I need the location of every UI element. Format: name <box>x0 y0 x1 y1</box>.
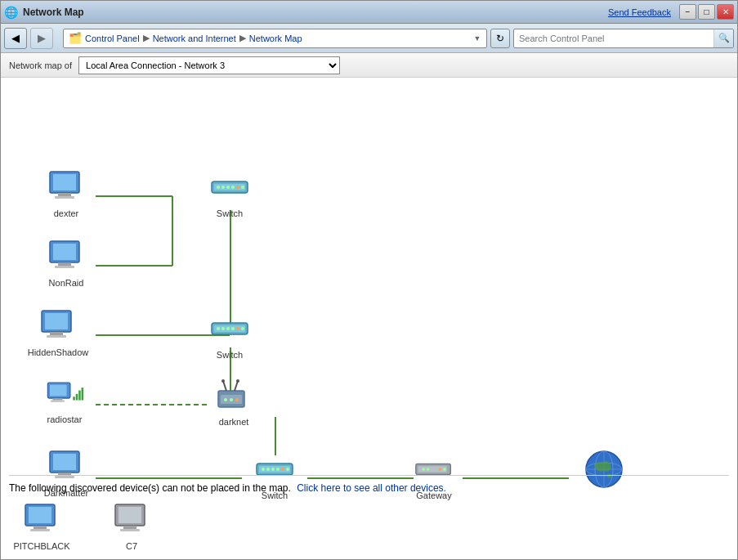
svg-rect-13 <box>53 174 76 190</box>
svg-rect-15 <box>55 196 74 199</box>
switch1-label: Switch <box>217 208 243 218</box>
send-feedback-link[interactable]: Send Feedback <box>608 7 671 17</box>
device-radiostar[interactable]: radiostar <box>32 374 97 424</box>
svg-rect-17 <box>53 244 76 260</box>
device-darknet[interactable]: darknet <box>201 376 266 427</box>
network-map-of-label: Network map of <box>9 60 72 70</box>
close-button[interactable]: ✕ <box>717 4 734 20</box>
svg-point-49 <box>231 327 235 330</box>
svg-rect-25 <box>50 385 67 396</box>
back-button[interactable]: ◀ <box>4 28 27 49</box>
svg-rect-19 <box>55 266 74 268</box>
svg-point-46 <box>217 327 220 330</box>
svg-point-59 <box>230 398 233 401</box>
click-here-link[interactable]: Click here to see all other devices. <box>297 482 446 494</box>
svg-point-48 <box>226 327 230 330</box>
svg-point-67 <box>281 468 284 471</box>
search-button[interactable]: 🔍 <box>713 29 733 47</box>
svg-point-43 <box>241 186 244 189</box>
device-nonraid[interactable]: NonRaid <box>34 237 99 288</box>
breadcrumb-network-map[interactable]: Network Map <box>249 34 302 43</box>
svg-point-47 <box>221 327 225 330</box>
dexter-label: dexter <box>54 208 79 218</box>
network-select[interactable]: Local Area Connection - Network 3 <box>78 56 340 74</box>
svg-point-40 <box>226 186 230 189</box>
svg-rect-83 <box>30 529 50 531</box>
darknet-label: darknet <box>219 417 249 427</box>
nonraid-icon <box>47 237 86 276</box>
device-switch2[interactable]: Switch <box>197 309 262 360</box>
svg-point-51 <box>241 327 244 330</box>
nav-bar: ◀ ▶ 🗂️ Control Panel ▶ Network and Inter… <box>1 24 737 53</box>
svg-point-74 <box>443 468 446 471</box>
svg-point-56 <box>236 379 239 383</box>
dexter-icon <box>47 168 86 207</box>
breadcrumb-dropdown[interactable]: ▼ <box>470 31 485 46</box>
svg-rect-85 <box>119 507 141 523</box>
svg-rect-86 <box>123 526 136 529</box>
svg-rect-26 <box>52 398 62 401</box>
svg-point-72 <box>427 468 430 471</box>
breadcrumb-control-panel[interactable]: Control Panel <box>85 34 140 43</box>
svg-point-71 <box>422 468 425 471</box>
svg-point-63 <box>262 468 265 471</box>
breadcrumb-network-internet[interactable]: Network and Internet <box>153 34 236 43</box>
minimize-button[interactable]: − <box>679 4 696 20</box>
device-switch1[interactable]: Switch <box>197 168 262 218</box>
radiostar-label: radiostar <box>47 414 83 424</box>
svg-point-64 <box>266 468 270 471</box>
svg-point-41 <box>231 186 235 189</box>
maximize-button[interactable]: □ <box>698 4 715 20</box>
window-title: Network Map <box>23 7 84 18</box>
svg-rect-81 <box>29 507 51 523</box>
toolbar: Network map of Local Area Connection - N… <box>1 53 737 78</box>
svg-point-66 <box>276 468 280 471</box>
refresh-button[interactable]: ↻ <box>490 29 510 48</box>
discovered-devices-list: PITCHBLACK C7 <box>9 500 729 551</box>
svg-point-65 <box>271 468 275 471</box>
radiostar-icon <box>45 374 84 413</box>
svg-rect-31 <box>82 388 84 400</box>
main-window: 🌐 Network Map Send Feedback − □ ✕ ◀ ▶ 🗂️… <box>0 0 738 560</box>
svg-rect-29 <box>76 394 78 401</box>
svg-rect-33 <box>53 454 76 470</box>
c7-label: C7 <box>126 541 137 551</box>
switch2-label: Switch <box>217 350 243 360</box>
svg-point-42 <box>236 186 239 189</box>
breadcrumb: 🗂️ Control Panel ▶ Network and Internet … <box>63 29 487 48</box>
svg-rect-82 <box>34 526 47 529</box>
svg-point-39 <box>221 186 225 189</box>
pitchblack-label: PITCHBLACK <box>13 541 69 551</box>
forward-button[interactable]: ▶ <box>30 28 53 49</box>
device-hiddenshadow[interactable]: HiddenShadow <box>25 307 91 357</box>
device-pitchblack[interactable]: PITCHBLACK <box>9 500 74 551</box>
search-input[interactable] <box>514 34 713 43</box>
svg-point-68 <box>286 468 289 471</box>
pitchblack-icon <box>22 500 61 540</box>
search-bar: 🔍 <box>513 29 734 48</box>
content-area: dexter NonRaid <box>1 78 737 559</box>
discovered-text: The following discovered device(s) can n… <box>9 482 291 494</box>
nonraid-label: NonRaid <box>49 278 84 288</box>
svg-point-38 <box>217 186 220 189</box>
svg-point-73 <box>439 468 442 471</box>
svg-rect-87 <box>120 529 140 531</box>
title-bar: 🌐 Network Map Send Feedback − □ ✕ <box>1 1 737 24</box>
svg-rect-14 <box>58 193 71 196</box>
device-dexter[interactable]: dexter <box>34 168 99 218</box>
svg-rect-23 <box>47 335 66 338</box>
svg-point-60 <box>235 398 239 401</box>
hiddenshadow-icon <box>38 307 78 346</box>
svg-rect-21 <box>45 313 68 329</box>
svg-point-50 <box>236 327 239 330</box>
switch1-icon <box>210 168 249 207</box>
svg-rect-27 <box>51 401 65 402</box>
svg-point-55 <box>221 379 225 383</box>
hiddenshadow-label: HiddenShadow <box>28 347 89 357</box>
device-c7[interactable]: C7 <box>99 500 164 551</box>
svg-rect-30 <box>78 391 81 401</box>
c7-icon <box>112 500 151 540</box>
breadcrumb-icon: 🗂️ <box>69 32 82 44</box>
darknet-icon <box>214 376 253 415</box>
svg-rect-22 <box>50 332 63 335</box>
